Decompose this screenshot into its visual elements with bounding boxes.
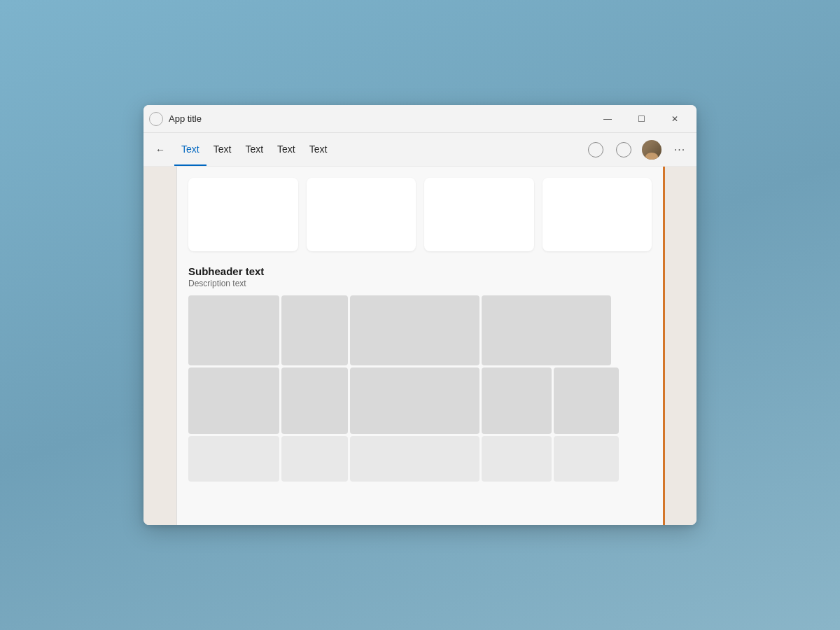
title-bar: App title — ☐ ✕ [144, 105, 696, 133]
description-text: Description text [188, 279, 652, 288]
avatar-body [645, 153, 658, 160]
nav-icon-button-2[interactable] [612, 139, 635, 161]
card-2[interactable] [307, 178, 416, 251]
subheader-text: Subheader text [188, 265, 652, 277]
card-1[interactable] [188, 178, 298, 251]
more-options-button[interactable]: ··· [668, 139, 691, 161]
grid-cell-2-4[interactable] [482, 368, 552, 434]
grid-row-2 [188, 368, 652, 434]
user-avatar [642, 140, 662, 160]
grid-cell-2-3[interactable] [350, 368, 479, 434]
nav-bar: ← Text Text Text Text Text [144, 133, 696, 167]
app-window: App title — ☐ ✕ ← Text Text Text [144, 105, 696, 525]
grid-row-3 [188, 436, 652, 482]
grid-cell-1-1[interactable] [188, 295, 279, 365]
main-content: Subheader text Description text [144, 167, 696, 525]
circle-icon-1 [588, 142, 603, 158]
section-header: Subheader text Description text [188, 265, 652, 288]
grid-cell-1-3[interactable] [350, 295, 479, 365]
desktop: App title — ☐ ✕ ← Text Text Text [0, 0, 840, 630]
search-button[interactable] [584, 139, 607, 161]
window-controls: — ☐ ✕ [592, 108, 691, 130]
tab-text-2[interactable]: Text [206, 133, 239, 166]
tab-text-4[interactable]: Text [270, 133, 302, 166]
grid-cell-3-1[interactable] [188, 436, 279, 482]
tab-text-1[interactable]: Text [174, 133, 206, 166]
close-button[interactable]: ✕ [659, 108, 691, 130]
app-title: App title [169, 113, 592, 124]
nav-right-controls: ··· [584, 139, 691, 161]
circle-icon-2 [616, 142, 631, 158]
back-button[interactable]: ← [149, 139, 172, 161]
minimize-button[interactable]: — [592, 108, 624, 130]
grid-row-1 [188, 295, 652, 365]
grid-cell-2-2[interactable] [281, 368, 348, 434]
grid-cell-3-3[interactable] [350, 436, 479, 482]
grid-cell-1-4[interactable] [482, 295, 611, 365]
nav-tabs: Text Text Text Text Text [174, 133, 584, 166]
sidebar-left [144, 167, 177, 525]
maximize-button[interactable]: ☐ [625, 108, 657, 130]
cards-row [188, 178, 652, 251]
grid-cell-2-5[interactable] [554, 368, 619, 434]
content-panel[interactable]: Subheader text Description text [177, 167, 663, 525]
grid-cell-2-1[interactable] [188, 368, 279, 434]
card-4[interactable] [542, 178, 652, 251]
tab-text-3[interactable]: Text [238, 133, 270, 166]
app-logo-icon [149, 112, 163, 126]
grid-cell-3-2[interactable] [281, 436, 348, 482]
sidebar-right [663, 167, 696, 525]
grid-cell-3-5[interactable] [554, 436, 619, 482]
grid-cell-3-4[interactable] [482, 436, 552, 482]
avatar-button[interactable] [640, 139, 663, 161]
grid-cell-1-2[interactable] [281, 295, 348, 365]
card-3[interactable] [424, 178, 534, 251]
tab-text-5[interactable]: Text [302, 133, 335, 166]
